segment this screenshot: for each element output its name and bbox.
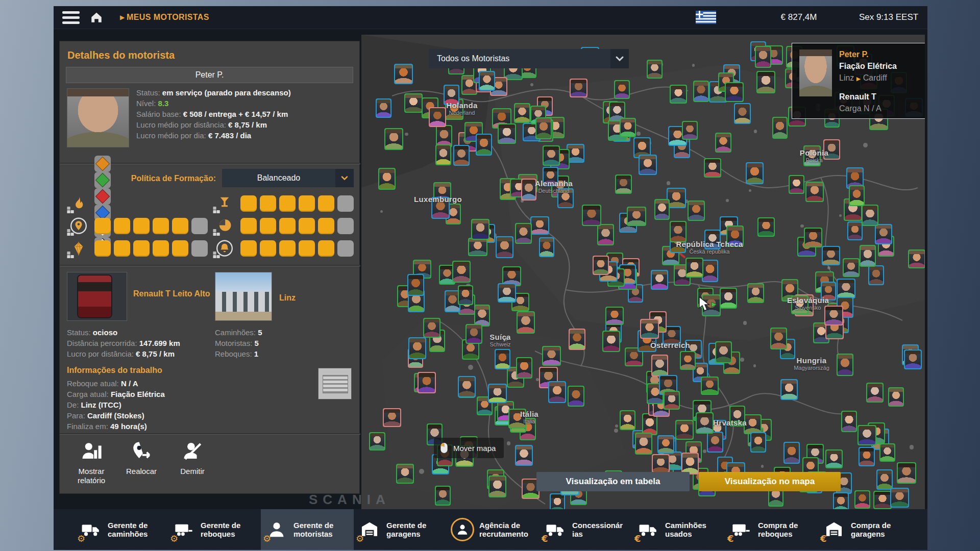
driver-map-marker[interactable] [657, 435, 674, 454]
garage-name[interactable]: Linz [279, 293, 296, 303]
training-policy-dropdown[interactable]: Balanceado [222, 169, 354, 187]
driver-map-marker[interactable] [875, 224, 892, 244]
driver-map-marker[interactable] [495, 349, 510, 369]
driver-map-marker[interactable] [376, 98, 391, 118]
driver-map-marker[interactable] [468, 238, 487, 256]
driver-map-marker[interactable] [734, 103, 751, 124]
driver-map-marker[interactable] [396, 464, 414, 484]
driver-map-marker[interactable] [746, 162, 764, 184]
driver-map-marker[interactable] [772, 117, 788, 139]
truck-name[interactable]: Renault T Leito Alto [133, 289, 213, 298]
driver-map-marker[interactable] [747, 283, 764, 303]
driver-map-marker[interactable] [597, 224, 614, 245]
driver-map-marker[interactable] [825, 449, 843, 468]
driver-map-marker[interactable] [859, 447, 875, 466]
driver-map-marker[interactable] [498, 283, 517, 303]
driver-map-marker[interactable] [614, 80, 630, 99]
driver-map-marker[interactable] [383, 408, 401, 427]
nav-item-used-trucks[interactable]: €Caminhões usados [632, 509, 725, 550]
driver-map-marker[interactable] [515, 445, 533, 466]
driver-map-marker[interactable] [605, 307, 624, 325]
driver-map-marker[interactable] [837, 279, 855, 299]
driver-map-marker[interactable] [868, 265, 884, 285]
driver-map-marker[interactable] [488, 475, 506, 497]
driver-map-marker[interactable] [378, 168, 395, 190]
driver-map-marker[interactable] [418, 372, 436, 393]
nav-item-driver-manager[interactable]: ⚙Gerente de motoristas [261, 509, 354, 550]
driver-map-marker[interactable] [857, 425, 876, 445]
driver-map-marker[interactable] [854, 490, 871, 509]
driver-map-marker[interactable] [627, 207, 646, 226]
driver-map-marker[interactable] [866, 383, 884, 403]
driver-map-marker[interactable] [715, 133, 731, 152]
driver-map-marker[interactable] [408, 337, 426, 359]
driver-map-marker[interactable] [682, 121, 698, 140]
driver-map-marker[interactable] [670, 85, 687, 104]
driver-map-marker[interactable] [833, 492, 849, 509]
driver-map-marker[interactable] [780, 379, 798, 400]
driver-map-marker[interactable] [783, 442, 800, 464]
driver-map-marker[interactable] [535, 117, 552, 139]
driver-map-marker[interactable] [423, 318, 441, 338]
nav-item-trailer-purchase[interactable]: €Compra de reboques [725, 509, 818, 550]
truck-thumbnail[interactable] [67, 272, 127, 321]
driver-map-marker[interactable] [496, 236, 513, 258]
driver-map-marker[interactable] [582, 205, 601, 226]
driver-map-marker[interactable] [404, 93, 423, 113]
driver-map-marker[interactable] [570, 79, 587, 97]
driver-map-marker[interactable] [620, 410, 636, 430]
driver-map-marker[interactable] [908, 249, 925, 268]
map-view-button[interactable]: Visualização no mapa [699, 472, 841, 491]
driver-map-marker[interactable] [720, 288, 737, 308]
driver-map-marker[interactable] [471, 219, 489, 240]
drivers-map[interactable]: Todos os Motoristas Peter P. Fiação Elét… [361, 35, 925, 509]
driver-map-marker[interactable] [879, 443, 895, 462]
driver-map-marker[interactable] [488, 384, 507, 403]
driver-map-marker[interactable] [476, 134, 493, 156]
driver-map-marker[interactable] [514, 103, 530, 123]
driver-map-marker[interactable] [822, 246, 840, 265]
driver-map-marker[interactable] [458, 285, 474, 306]
driver-map-marker[interactable] [849, 185, 865, 206]
driver-map-marker[interactable] [837, 354, 853, 376]
driver-map-marker[interactable] [369, 432, 385, 450]
driver-map-marker[interactable] [757, 217, 775, 236]
driver-map-marker[interactable] [651, 270, 669, 290]
driver-map-marker[interactable] [841, 411, 857, 432]
driver-map-marker[interactable] [516, 357, 532, 378]
driver-map-marker[interactable] [654, 199, 670, 220]
driver-map-marker[interactable] [639, 155, 657, 175]
driver-map-marker[interactable] [904, 349, 922, 369]
driver-map-marker[interactable] [755, 46, 771, 68]
driver-map-marker[interactable] [704, 158, 722, 178]
driver-map-marker[interactable] [652, 454, 670, 473]
driver-map-marker[interactable] [602, 331, 620, 352]
driver-map-marker[interactable] [847, 221, 863, 240]
driver-map-marker[interactable] [498, 123, 516, 143]
driver-map-marker[interactable] [675, 420, 694, 440]
driver-map-marker[interactable] [664, 391, 680, 409]
driver-map-marker[interactable] [688, 201, 705, 221]
driver-map-marker[interactable] [550, 493, 565, 509]
home-button[interactable] [86, 6, 107, 29]
nav-item-truck-manager[interactable]: ⚙Gerente de caminhões [75, 509, 168, 550]
driver-map-marker[interactable] [453, 145, 470, 166]
driver-map-marker[interactable] [804, 228, 823, 247]
driver-map-marker[interactable] [756, 71, 775, 93]
driver-map-marker[interactable] [843, 258, 860, 277]
driver-map-marker[interactable] [530, 216, 549, 235]
driver-map-marker[interactable] [548, 381, 566, 403]
driver-map-marker[interactable] [640, 319, 659, 339]
relocate-button[interactable]: Realocar [117, 440, 166, 476]
driver-map-marker[interactable] [873, 491, 892, 509]
driver-map-marker[interactable] [452, 261, 470, 283]
driver-map-marker[interactable] [647, 60, 663, 79]
driver-map-marker[interactable] [862, 205, 878, 226]
driver-map-marker[interactable] [715, 341, 732, 363]
driver-map-marker[interactable] [693, 81, 708, 102]
driver-map-marker[interactable] [860, 245, 876, 267]
driver-map-marker[interactable] [407, 274, 424, 296]
driver-map-marker[interactable] [701, 377, 718, 395]
driver-map-marker[interactable] [620, 118, 636, 137]
driver-map-marker[interactable] [521, 179, 537, 201]
